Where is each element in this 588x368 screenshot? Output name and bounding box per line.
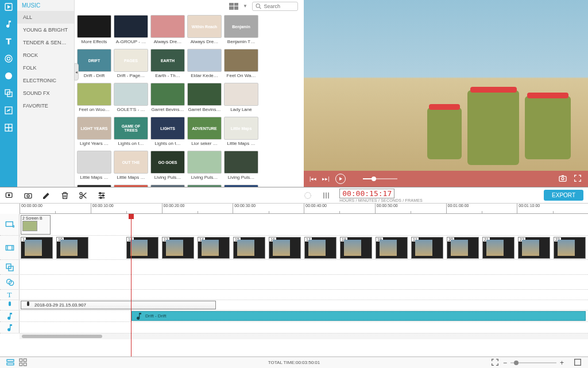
collapse-handle[interactable]: ◂ [74, 63, 79, 80]
video-clip[interactable]: 19 [376, 237, 408, 259]
media-item[interactable]: Living Puls… [187, 151, 222, 183]
media-item[interactable]: Garret Bevins… [150, 83, 185, 116]
screen-clip[interactable]: 2 Screen B [21, 215, 51, 235]
music-icon[interactable] [3, 18, 14, 30]
volume-slider[interactable] [363, 178, 397, 179]
voiceover-track-icon[interactable] [0, 300, 20, 310]
media-item[interactable]: LIGHTSLights on t… [150, 117, 185, 150]
delete-icon[interactable] [60, 190, 70, 201]
record-screen-icon[interactable] [5, 190, 15, 201]
media-item[interactable]: GO GOESLiving Puls… [150, 151, 185, 183]
video-clip[interactable]: 21 [482, 237, 514, 259]
video-track-icon[interactable] [0, 236, 20, 259]
elements-icon[interactable] [3, 105, 14, 116]
split-icon[interactable] [78, 190, 88, 201]
category-item[interactable]: FOLK [17, 62, 74, 74]
svg-rect-13 [25, 193, 32, 198]
media-item[interactable]: Lady Lane [224, 83, 258, 116]
snapshot-icon[interactable] [558, 174, 567, 184]
video-clip[interactable]: 17 [304, 237, 336, 259]
export-button[interactable]: EXPORT [544, 190, 583, 201]
next-frame-icon[interactable]: ▸▸| [322, 176, 329, 182]
video-clip[interactable]: 23 [554, 237, 586, 259]
media-item[interactable]: More Effects [77, 15, 111, 48]
music-track-2-icon[interactable] [0, 322, 20, 333]
category-item[interactable]: TENDER & SENTI… [17, 36, 74, 49]
media-item[interactable]: BenjaminBenjamin T… [224, 15, 258, 48]
media-item[interactable]: Within ReachAlways Dre… [187, 15, 222, 48]
fit-zoom-icon[interactable] [490, 358, 500, 368]
category-item[interactable]: SOUND FX [17, 87, 74, 99]
filters-icon[interactable] [3, 70, 14, 82]
record-cam-icon[interactable] [23, 190, 33, 201]
mixer-icon[interactable] [321, 190, 331, 201]
media-item[interactable]: Feet on Woo… [77, 83, 111, 116]
category-item[interactable]: ELECTRONIC [17, 74, 74, 87]
media-item[interactable]: Feet On Wa… [224, 49, 258, 82]
video-clip[interactable]: 11 [411, 237, 443, 259]
settings-icon[interactable] [96, 190, 107, 201]
media-item[interactable]: GAME OF TREESLights on t… [114, 117, 148, 150]
media-item[interactable]: Little MapsLittle Maps … [224, 117, 258, 150]
timeline-scrollbar[interactable] [20, 334, 588, 339]
category-item[interactable]: ROCK [17, 49, 74, 62]
media-item[interactable]: GOLET'S - … [114, 83, 148, 116]
video-clip[interactable]: 13 [162, 237, 194, 259]
media-item[interactable]: Little Maps … [77, 151, 111, 183]
video-clip[interactable]: 15 [233, 237, 265, 259]
media-item[interactable]: Living Puls… [224, 151, 258, 183]
text-track-icon[interactable]: T [0, 290, 20, 300]
category-header: MUSIC [17, 0, 74, 11]
media-item[interactable]: DRIFTDrift - Drift [77, 49, 111, 82]
search-input[interactable] [252, 2, 298, 11]
media-item[interactable]: LIGHT YEARSLight Years … [77, 117, 111, 150]
media-item[interactable]: A-GROUP - … [114, 15, 148, 48]
chevron-down-icon[interactable]: ▼ [243, 3, 247, 9]
fullscreen-icon[interactable] [573, 174, 582, 184]
media-item[interactable]: Always Dre… [150, 15, 185, 48]
screen-track-icon[interactable] [0, 214, 20, 235]
media-item[interactable]: Garret Bevins… [187, 83, 222, 116]
playhead[interactable] [131, 214, 131, 356]
svg-rect-34 [575, 359, 581, 365]
music-clip[interactable]: Drift - Drift [131, 311, 586, 321]
voiceover-clip[interactable]: 2018-03-29 21.15.03.907 [21, 301, 216, 309]
zoom-slider[interactable] [510, 362, 556, 363]
media-item[interactable]: EARTHEarth - Th… [150, 49, 185, 82]
prev-frame-icon[interactable]: |◂◂ [310, 176, 316, 182]
video-clip[interactable]: 18 [340, 237, 372, 259]
media-item[interactable]: ADVENTURELior seker … [187, 117, 222, 150]
text-icon[interactable] [3, 36, 14, 47]
note-icon [134, 312, 144, 321]
grid-view-icon[interactable] [229, 3, 238, 10]
media-item[interactable]: Eldar Kede… [187, 49, 222, 82]
video-clip[interactable]: 16 [269, 237, 301, 259]
zoom-in-button[interactable]: + [560, 359, 564, 367]
category-item[interactable]: ALL [17, 11, 74, 24]
overlays-icon[interactable] [3, 87, 14, 99]
video-clip[interactable]: 10 [56, 237, 88, 259]
zoom-out-button[interactable]: − [503, 359, 507, 367]
video-clip[interactable]: 22 [518, 237, 550, 259]
music-track-icon[interactable] [0, 310, 20, 321]
zoom-fit-button[interactable] [573, 358, 582, 368]
edit-icon[interactable] [41, 190, 52, 201]
marker-icon[interactable] [303, 190, 313, 201]
grid-mode-icon[interactable] [18, 358, 28, 368]
video-clip[interactable]: 20 [447, 237, 479, 259]
filter-track-icon[interactable] [0, 275, 20, 289]
video-clip[interactable]: 14 [198, 237, 230, 259]
preview-video[interactable] [304, 0, 588, 171]
category-item[interactable]: YOUNG & BRIGHT [17, 24, 74, 36]
transitions-icon[interactable] [3, 53, 14, 64]
pip-track-icon[interactable] [0, 260, 20, 274]
category-item[interactable]: FAVORITE [17, 99, 74, 112]
media-icon[interactable] [3, 1, 14, 13]
media-item[interactable]: OUT THELittle Maps … [114, 151, 148, 183]
split-screen-icon[interactable] [3, 122, 14, 133]
timeline-ruler[interactable]: 00:00:00:0000:00:10:0000:00:20:0000:00:3… [20, 204, 588, 214]
layout-mode-icon[interactable] [6, 358, 15, 368]
video-clip[interactable]: 1 [21, 237, 53, 259]
play-button[interactable] [335, 174, 346, 184]
media-item[interactable]: PAGESDrift - Page… [114, 49, 148, 82]
